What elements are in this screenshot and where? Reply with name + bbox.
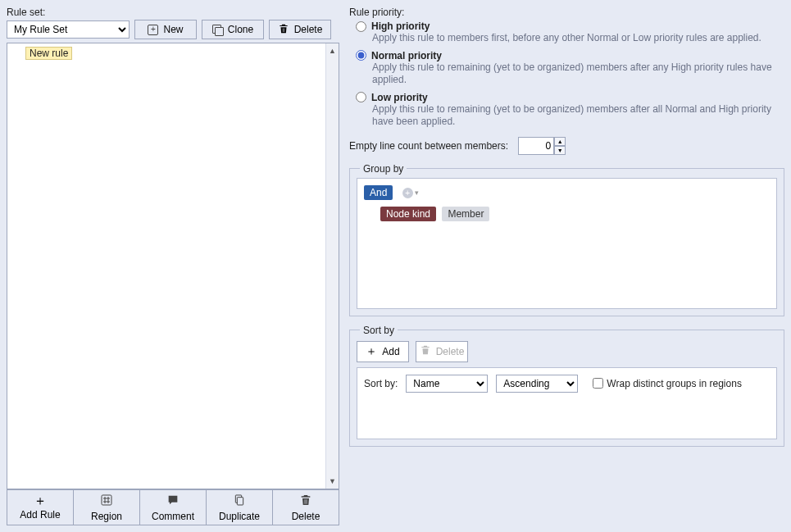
region-button[interactable]: Region <box>74 489 140 525</box>
priority-normal-radio[interactable] <box>356 50 366 61</box>
priority-high-desc: Apply this rule to members first, before… <box>372 32 782 45</box>
chip-member[interactable]: Member <box>442 207 489 221</box>
scrollbar[interactable]: ▲ ▼ <box>325 43 339 489</box>
comment-button[interactable]: Comment <box>140 489 207 525</box>
sort-delete-label: Delete <box>436 346 465 357</box>
empty-line-input[interactable] <box>518 137 554 155</box>
group-op-and[interactable]: And <box>364 185 393 200</box>
comment-icon <box>166 493 180 509</box>
wrap-regions-checkbox[interactable] <box>593 378 603 389</box>
add-rule-button[interactable]: ＋ Add Rule <box>7 489 74 525</box>
region-label: Region <box>91 511 122 522</box>
chip-node-kind[interactable]: Node kind <box>380 207 436 221</box>
sort-delete-button[interactable]: Delete <box>416 341 468 362</box>
sort-row-label: Sort by: <box>364 378 398 389</box>
priority-normal-desc: Apply this rule to remaining (yet to be … <box>372 61 782 87</box>
spin-down[interactable]: ▼ <box>554 146 566 155</box>
svg-rect-0 <box>102 495 111 505</box>
priority-low-radio[interactable] <box>356 92 366 102</box>
priority-high-radio[interactable] <box>356 21 366 32</box>
duplicate-icon <box>233 493 246 509</box>
spin-up[interactable]: ▲ <box>554 137 566 146</box>
svg-rect-2 <box>237 497 243 504</box>
sort-add-label: Add <box>382 346 399 357</box>
chevron-down-icon: ▾ <box>415 189 419 197</box>
scroll-up-icon[interactable]: ▲ <box>329 45 336 57</box>
group-by-legend: Group by <box>360 163 407 175</box>
priority-normal-label: Normal priority <box>371 50 442 61</box>
plus-circle-icon: + <box>402 188 413 198</box>
trash-icon <box>299 493 312 509</box>
priority-high-label: High priority <box>371 20 430 32</box>
rule-list[interactable]: New rule ▲ ▼ <box>7 43 339 489</box>
trash-icon <box>420 344 431 358</box>
plus-icon: + <box>148 25 158 35</box>
duplicate-label: Duplicate <box>219 511 260 522</box>
clone-ruleset-label: Clone <box>228 24 253 35</box>
sort-field-select[interactable]: Name <box>406 375 488 393</box>
priority-low-desc: Apply this rule to remaining (yet to be … <box>372 103 782 129</box>
group-by-panel: Group by And + ▾ Node kind Member <box>349 163 784 316</box>
priority-low-label: Low priority <box>371 92 428 103</box>
delete-rule-label: Delete <box>292 511 320 522</box>
new-ruleset-button[interactable]: + New <box>134 20 197 39</box>
wrap-regions-label: Wrap distinct groups in regions <box>607 378 742 389</box>
plus-icon: ＋ <box>366 344 377 359</box>
clone-ruleset-button[interactable]: Clone <box>202 20 264 39</box>
rule-priority-label: Rule priority: <box>349 7 784 18</box>
trash-icon <box>278 23 289 37</box>
new-ruleset-label: New <box>163 24 183 35</box>
hash-icon <box>100 493 113 509</box>
add-condition-button[interactable]: + ▾ <box>402 188 419 198</box>
scroll-down-icon[interactable]: ▼ <box>329 475 336 487</box>
rule-item[interactable]: New rule <box>25 47 72 60</box>
delete-ruleset-button[interactable]: Delete <box>269 20 331 39</box>
delete-rule-button[interactable]: Delete <box>273 489 339 525</box>
duplicate-button[interactable]: Duplicate <box>207 489 273 525</box>
rule-set-select[interactable]: My Rule Set <box>7 20 130 39</box>
plus-icon: ＋ <box>34 494 47 507</box>
rule-set-label: Rule set: <box>7 7 339 18</box>
sort-direction-select[interactable]: Ascending <box>496 375 578 393</box>
delete-ruleset-label: Delete <box>294 24 323 35</box>
comment-label: Comment <box>152 511 194 522</box>
sort-by-panel: Sort by ＋ Add Delete Sort by: Name Ascen… <box>349 325 784 447</box>
sort-by-legend: Sort by <box>360 325 398 336</box>
clone-icon <box>212 25 223 35</box>
empty-line-label: Empty line count between members: <box>349 140 508 152</box>
add-rule-label: Add Rule <box>20 509 60 521</box>
sort-add-button[interactable]: ＋ Add <box>357 341 409 362</box>
